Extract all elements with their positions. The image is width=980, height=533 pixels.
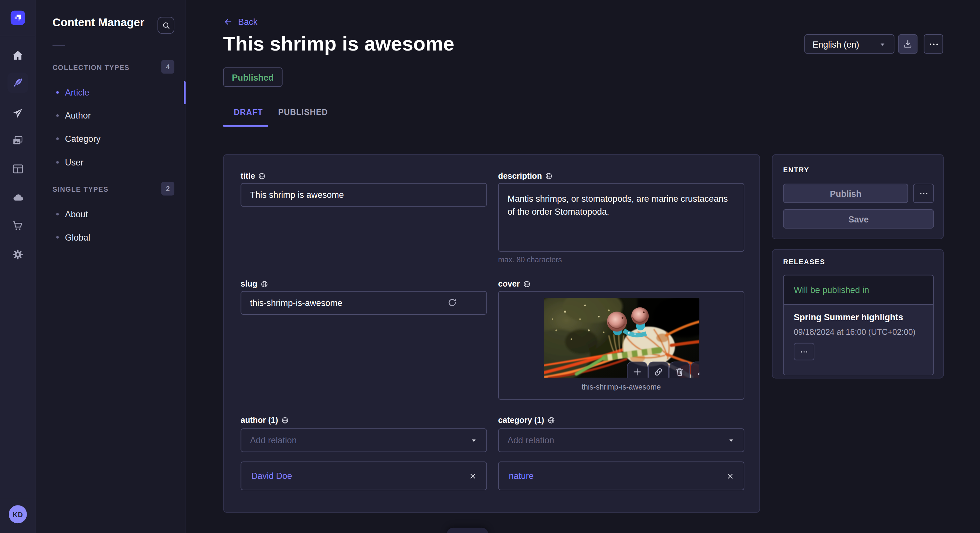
globe-icon: [523, 280, 530, 287]
active-item-indicator: [184, 81, 186, 104]
sidebar-item-deploy[interactable]: [0, 108, 36, 119]
bullet-icon: [56, 236, 59, 239]
sidebar-item-home[interactable]: [0, 49, 36, 61]
category-relation-item[interactable]: nature: [498, 462, 745, 490]
ellipsis-icon: [919, 192, 928, 195]
sidebar-item-content-type-builder[interactable]: [0, 163, 36, 175]
subnav-item-label: Author: [65, 110, 91, 121]
field-label-text: author (1): [241, 416, 278, 425]
sidebar-item-content-manager[interactable]: [8, 73, 28, 93]
description-hint: max. 80 characters: [498, 255, 562, 264]
combobox-placeholder: Add relation: [508, 435, 554, 445]
locale-select[interactable]: English (en): [804, 34, 894, 54]
content-manager-subnav: Content Manager COLLECTION TYPES 4 Artic…: [36, 0, 186, 533]
trash-icon: [675, 367, 684, 377]
more-actions-button[interactable]: [924, 34, 943, 54]
scroll-pill[interactable]: [447, 528, 488, 533]
ellipsis-icon: [800, 350, 808, 353]
sidebar-item-settings[interactable]: [0, 249, 36, 261]
edit-asset-button[interactable]: [690, 362, 699, 378]
sidebar-item-marketplace[interactable]: [0, 220, 36, 232]
feather-icon: [12, 77, 24, 89]
cover-field-label: cover: [498, 279, 530, 289]
description-field-label: description: [498, 171, 552, 180]
subnav-item-about[interactable]: About: [56, 209, 88, 219]
releases-panel: RELEASES Will be published in Spring Sum…: [772, 249, 944, 379]
cloud-icon: [12, 192, 24, 204]
save-button[interactable]: Save: [783, 209, 934, 228]
images-icon: [12, 135, 24, 147]
field-label-text: description: [498, 171, 542, 180]
plus-icon: [633, 367, 642, 377]
chevron-down-icon: [470, 436, 477, 444]
author-relation-combobox[interactable]: Add relation: [241, 428, 487, 452]
back-link[interactable]: Back: [223, 17, 258, 27]
bullet-icon: [56, 91, 59, 94]
field-label-text: title: [241, 171, 255, 180]
subnav-item-label: About: [65, 209, 88, 219]
title-input[interactable]: [241, 183, 487, 206]
ellipsis-icon: [929, 42, 939, 46]
subnav-item-label: Category: [65, 134, 101, 144]
subnav-item-user[interactable]: User: [56, 157, 84, 167]
subnav-item-author[interactable]: Author: [56, 110, 91, 121]
cover-image: [544, 298, 699, 378]
strapi-logo[interactable]: [11, 11, 25, 25]
subnav-item-label: Global: [65, 232, 91, 242]
release-more-button[interactable]: [794, 343, 815, 360]
entry-panel: ENTRY Publish Save: [772, 154, 944, 239]
release-body: Spring Summer highlights 09/18/2024 at 1…: [784, 305, 933, 375]
add-asset-button[interactable]: [627, 362, 648, 378]
layout-icon: [12, 163, 24, 175]
publish-button[interactable]: Publish: [783, 184, 908, 203]
tab-draft[interactable]: DRAFT: [234, 108, 263, 117]
user-avatar[interactable]: KD: [9, 505, 27, 523]
subnav-item-global[interactable]: Global: [56, 232, 91, 242]
divider: [52, 45, 65, 46]
divider: [0, 36, 36, 36]
entry-more-button[interactable]: [913, 184, 934, 203]
globe-icon: [281, 416, 289, 424]
relation-name: nature: [509, 471, 534, 481]
search-icon: [162, 21, 170, 30]
collection-types-label: COLLECTION TYPES: [52, 64, 130, 71]
author-relation-item[interactable]: David Doe: [241, 462, 487, 490]
search-button[interactable]: [158, 17, 174, 34]
close-icon[interactable]: [727, 473, 734, 479]
back-label: Back: [238, 17, 258, 27]
tab-published[interactable]: PUBLISHED: [278, 108, 328, 117]
export-button[interactable]: [898, 34, 918, 54]
category-relation-combobox[interactable]: Add relation: [498, 428, 745, 452]
gear-icon: [12, 249, 24, 261]
regenerate-slug-button[interactable]: [447, 297, 458, 308]
copy-link-button[interactable]: [648, 362, 669, 378]
release-name: Spring Summer highlights: [794, 312, 923, 322]
cart-icon: [12, 220, 24, 232]
link-icon: [654, 367, 663, 377]
close-icon[interactable]: [469, 473, 476, 479]
primary-navbar: KD: [0, 0, 36, 533]
releases-heading: RELEASES: [783, 258, 826, 265]
subnav-item-category[interactable]: Category: [56, 134, 101, 144]
sidebar-item-media-library[interactable]: [0, 135, 36, 147]
subnav-item-article[interactable]: Article: [56, 87, 89, 97]
sidebar-item-cloud[interactable]: [0, 192, 36, 204]
field-label-text: cover: [498, 279, 520, 289]
subnav-item-label: Article: [65, 87, 89, 97]
delete-asset-button[interactable]: [670, 362, 690, 378]
field-label-text: category (1): [498, 416, 544, 425]
bullet-icon: [56, 137, 59, 140]
combobox-placeholder: Add relation: [250, 435, 296, 445]
pencil-icon: [696, 367, 699, 377]
status-badge: Published: [223, 67, 283, 87]
page-title: This shrimp is awesome: [223, 32, 454, 56]
subnav-title: Content Manager: [52, 16, 145, 30]
description-textarea[interactable]: Mantis shrimps, or stomatopods, are mari…: [498, 183, 745, 252]
cover-field: this-shrimp-is-awesome: [498, 291, 745, 400]
entry-heading: ENTRY: [783, 166, 810, 174]
divider: [0, 498, 36, 498]
release-date: 09/18/2024 at 16:00 (UTC+02:00): [794, 327, 923, 337]
cover-actions-toolbar: [627, 362, 699, 378]
bullet-icon: [56, 114, 59, 117]
chevron-down-icon: [727, 436, 735, 444]
